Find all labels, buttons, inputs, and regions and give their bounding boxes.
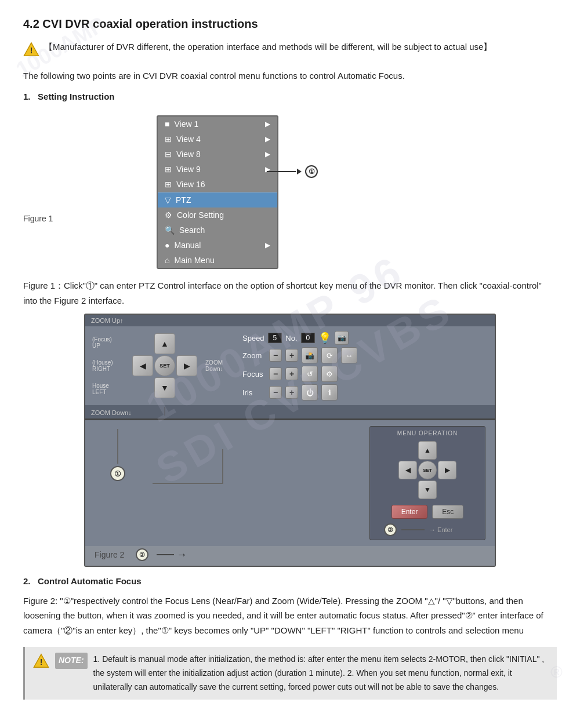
dpad-up[interactable]: ▲ bbox=[154, 333, 175, 354]
page-title: 4.2 CVI DVR coaxial operation instructio… bbox=[23, 17, 557, 31]
intro-text: The following two points are in CVI DVR … bbox=[23, 68, 557, 83]
zoom-plus-btn[interactable]: + bbox=[285, 349, 298, 362]
section2-heading: 2. Control Automatic Focus bbox=[23, 574, 557, 589]
search-label: Search bbox=[179, 225, 205, 235]
menu-item-view16[interactable]: ⊞ View 16 bbox=[158, 177, 277, 192]
scan-icon[interactable]: ⟳ bbox=[321, 347, 338, 363]
figure2-container: ZOOM Up↑ (Focus)UP (House)RIGHT HouseLEF… bbox=[84, 314, 496, 567]
dpad-left[interactable]: ◀ bbox=[132, 355, 153, 376]
zoom-down-bottom-label: ZOOM Down↓ bbox=[91, 409, 132, 416]
dpad-right[interactable]: ▶ bbox=[176, 355, 197, 376]
focus-dn-label: HouseLEFT bbox=[92, 383, 124, 395]
menu-item-main-menu[interactable]: ⌂ Main Menu bbox=[158, 253, 277, 268]
manual-icon: ● bbox=[165, 241, 169, 250]
lamp-icon: 💡 bbox=[318, 332, 331, 344]
annotation-num-1: ① bbox=[305, 165, 318, 178]
menu-op-panel: MENU OPERATION ▲ ◀ SET ▶ ▼ bbox=[369, 426, 485, 540]
main-menu-icon: ⌂ bbox=[165, 256, 169, 265]
flip-icon[interactable]: ↔ bbox=[341, 347, 357, 363]
main-menu-label: Main Menu bbox=[174, 256, 214, 265]
menu-item-ptz[interactable]: ▽ PTZ bbox=[158, 192, 277, 208]
color-setting-label: Color Setting bbox=[177, 210, 224, 220]
note-warning-icon: ! bbox=[33, 653, 49, 674]
view4-arrow: ▶ bbox=[265, 135, 270, 143]
notice-block: ! 【Manufacturer of DVR different, the op… bbox=[23, 40, 557, 61]
camera-icon[interactable]: 📸 bbox=[302, 347, 318, 363]
annotation-circle-1: ① bbox=[110, 466, 125, 481]
view9-icon: ⊞ bbox=[165, 165, 172, 174]
zoom-minus-btn[interactable]: − bbox=[269, 349, 282, 362]
menu-item-view1[interactable]: ■ View 1 ▶ bbox=[158, 117, 277, 132]
search-icon: 🔍 bbox=[165, 225, 175, 235]
view16-label: View 16 bbox=[176, 180, 205, 189]
speed-label: Speed bbox=[242, 334, 264, 343]
view8-label: View 8 bbox=[176, 150, 201, 159]
color-setting-icon: ⚙ bbox=[165, 210, 172, 220]
enter-button[interactable]: Enter bbox=[392, 505, 428, 519]
no-value[interactable]: 0 bbox=[301, 333, 316, 343]
view8-arrow: ▶ bbox=[265, 150, 270, 158]
view4-label: View 4 bbox=[176, 134, 201, 144]
house-right-label: (House)RIGHT bbox=[92, 359, 124, 372]
no-label: No. bbox=[285, 334, 297, 343]
view1-icon: ■ bbox=[165, 119, 169, 129]
menu-dpad-left[interactable]: ◀ bbox=[398, 461, 417, 479]
note-text: 1. Default is manual mode after initiali… bbox=[93, 653, 549, 694]
focus-minus-btn[interactable]: − bbox=[269, 367, 282, 380]
notice-text: 【Manufacturer of DVR different, the oper… bbox=[44, 40, 492, 54]
note-block: ! NOTE: 1. Default is manual mode after … bbox=[23, 647, 557, 700]
iris-minus-btn[interactable]: − bbox=[269, 386, 282, 399]
settings-icon[interactable]: ⚙ bbox=[321, 366, 338, 382]
menu-item-view8[interactable]: ⊟ View 8 ▶ bbox=[158, 147, 277, 162]
dvr-menu: ■ View 1 ▶ ⊞ View 4 ▶ ⊟ View 8 ▶ ⊞ View … bbox=[157, 115, 278, 269]
view4-icon: ⊞ bbox=[165, 134, 172, 144]
view1-arrow: ▶ bbox=[265, 120, 270, 128]
menu-dpad-right[interactable]: ▶ bbox=[438, 461, 456, 479]
power-icon[interactable]: ⏻ bbox=[302, 384, 318, 401]
figure1-block: Figure 1 ■ View 1 ▶ ⊞ View 4 ▶ ⊟ View 8 … bbox=[23, 110, 557, 269]
iris-label: Iris bbox=[242, 388, 266, 397]
menu-item-view9[interactable]: ⊞ View 9 ▶ bbox=[158, 162, 277, 177]
focus-label: Focus bbox=[242, 370, 266, 378]
menu-item-color-setting[interactable]: ⚙ Color Setting bbox=[158, 208, 277, 223]
figure1-desc: Figure 1：Click"①" can enter PTZ Control … bbox=[23, 278, 557, 308]
menu-item-view4[interactable]: ⊞ View 4 ▶ bbox=[158, 132, 277, 147]
ptz-icon: ▽ bbox=[165, 195, 171, 205]
dpad-center[interactable]: SET bbox=[154, 355, 175, 376]
menu-op-title: MENU OPERATION bbox=[378, 430, 477, 436]
undo-icon[interactable]: ↺ bbox=[302, 366, 318, 382]
figure2-label: Figure 2 bbox=[95, 550, 124, 559]
menu-item-search[interactable]: 🔍 Search bbox=[158, 223, 277, 238]
speed-value[interactable]: 5 bbox=[268, 333, 282, 343]
ptz-label: PTZ bbox=[176, 195, 191, 205]
svg-text:!: ! bbox=[30, 46, 33, 55]
info-icon[interactable]: ℹ bbox=[321, 384, 338, 401]
svg-text:!: ! bbox=[40, 657, 43, 667]
view1-label: View 1 bbox=[174, 119, 198, 129]
zoom-up-label: ZOOM Up↑ bbox=[91, 317, 124, 324]
dpad-down[interactable]: ▼ bbox=[154, 377, 175, 398]
view16-icon: ⊞ bbox=[165, 180, 172, 189]
menu-dpad-down[interactable]: ▼ bbox=[418, 481, 437, 499]
iris-plus-btn[interactable]: + bbox=[285, 386, 298, 399]
warning-icon: ! bbox=[23, 41, 39, 61]
note-label: NOTE: bbox=[55, 653, 88, 669]
focus-plus-btn[interactable]: + bbox=[285, 367, 298, 380]
esc-button[interactable]: Esc bbox=[432, 505, 463, 519]
figure2-ann2-outside: ② bbox=[136, 548, 148, 561]
menu-item-manual[interactable]: ● Manual ▶ bbox=[158, 238, 277, 253]
ptz-annotation-arrow: ① bbox=[267, 165, 318, 178]
zoom-dn-label: ZOOMDown↓ bbox=[205, 359, 229, 372]
figure1-label: Figure 1 bbox=[23, 110, 87, 223]
menu-dpad-up[interactable]: ▲ bbox=[418, 441, 437, 460]
focus-up-label: (Focus)UP bbox=[92, 336, 124, 349]
view8-icon: ⊟ bbox=[165, 150, 172, 159]
figure2-desc: Figure 2: "①"respectively control the Fo… bbox=[23, 594, 557, 638]
zoom-label: Zoom bbox=[242, 351, 266, 360]
capture-icon[interactable]: 📷 bbox=[335, 331, 349, 345]
menu-dpad-center: SET bbox=[418, 461, 437, 479]
dvr-menu-container: ■ View 1 ▶ ⊞ View 4 ▶ ⊟ View 8 ▶ ⊞ View … bbox=[87, 110, 278, 269]
section1-heading: 1. Setting Instruction bbox=[23, 89, 557, 104]
manual-label: Manual bbox=[174, 241, 201, 250]
manual-arrow: ▶ bbox=[265, 241, 270, 249]
